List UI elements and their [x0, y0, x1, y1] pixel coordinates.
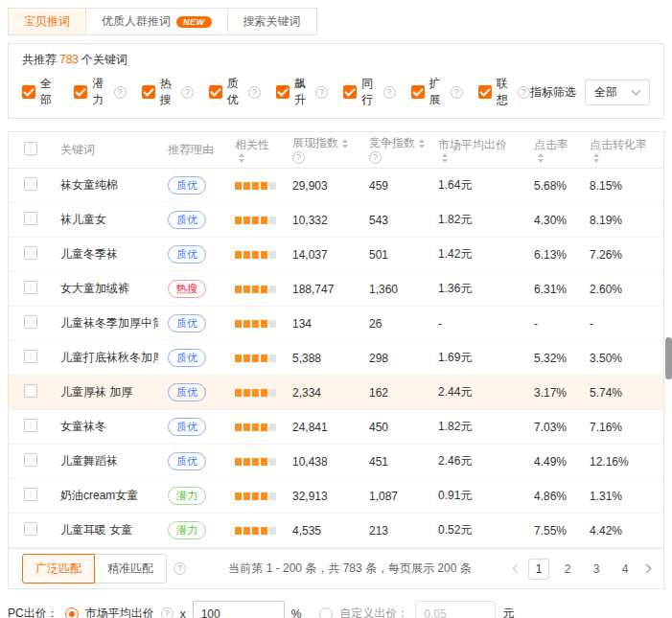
relevance-bar: [235, 389, 242, 397]
filter-option[interactable]: 飙升?: [276, 76, 328, 108]
filter-option[interactable]: 热搜?: [142, 76, 194, 108]
sort-icon[interactable]: [593, 153, 599, 163]
keyword-cell[interactable]: 儿童耳暖 女童: [51, 522, 158, 538]
sort-icon[interactable]: [342, 139, 348, 149]
filter-option[interactable]: 潜力?: [74, 76, 126, 108]
sort-icon[interactable]: [239, 153, 244, 163]
bid-info-icon[interactable]: ?: [161, 607, 174, 618]
row-checkbox[interactable]: [24, 315, 37, 329]
relevance-bar: [252, 355, 259, 362]
tab-search-keywords[interactable]: 搜索关键词: [228, 9, 316, 34]
reason-tag: 潜力: [168, 487, 206, 505]
row-checkbox[interactable]: [24, 384, 37, 398]
keyword-cell[interactable]: 儿童打底袜秋冬加厚: [51, 350, 158, 366]
unit-yuan: 元: [502, 606, 514, 618]
keyword-cell[interactable]: 儿童舞蹈袜: [51, 453, 158, 469]
exact-match-button[interactable]: 精准匹配: [95, 554, 167, 584]
keyword-cell[interactable]: 袜女童纯棉: [51, 177, 158, 194]
relevance-bar: [252, 389, 259, 397]
tab-product-keywords[interactable]: 宝贝推词: [9, 9, 86, 34]
checked-checkbox-icon[interactable]: [142, 85, 155, 99]
table-header: 关键词推荐理由相关性展现指数?竞争指数?市场平均出价点击率点击转化率: [9, 132, 663, 169]
relevance-bar: [252, 527, 259, 535]
info-icon[interactable]: ?: [292, 151, 305, 164]
relevance-bar: [269, 527, 276, 535]
keyword-cell[interactable]: 奶油cream女童: [51, 488, 158, 504]
info-icon[interactable]: ?: [518, 86, 530, 99]
custom-bid-radio[interactable]: [319, 607, 333, 618]
keyword-cell[interactable]: 儿童袜冬季加厚中筒: [51, 315, 158, 332]
reason-tag: 质优: [168, 349, 206, 367]
filter-option[interactable]: 同行?: [343, 76, 395, 108]
relevance-bar: [269, 355, 276, 362]
info-icon[interactable]: ?: [315, 86, 328, 99]
market-bid-radio[interactable]: [65, 607, 79, 618]
row-checkbox[interactable]: [24, 212, 37, 225]
row-checkbox[interactable]: [24, 177, 37, 191]
select-all-checkbox[interactable]: [24, 142, 37, 155]
column-header[interactable]: 竞争指数?: [359, 136, 429, 164]
checked-checkbox-icon[interactable]: [343, 85, 357, 99]
keyword-cell[interactable]: 女童袜冬: [51, 419, 158, 435]
reason-cell: 质优: [158, 211, 225, 229]
filter-option[interactable]: 联想?: [478, 76, 530, 108]
checked-checkbox-icon[interactable]: [22, 85, 35, 99]
column-header[interactable]: 点击转化率: [580, 138, 663, 163]
broad-match-button[interactable]: 广泛匹配: [22, 554, 95, 584]
relevance-bar: [261, 286, 267, 293]
keyword-cell[interactable]: 儿童冬季袜: [51, 246, 158, 263]
table-row: 袜儿童女质优10,3325431.82元4.30%8.19%: [9, 203, 663, 238]
sort-icon[interactable]: [538, 153, 544, 163]
checked-checkbox-icon[interactable]: [478, 85, 492, 99]
avg-bid-cell: 1.82元: [429, 212, 524, 228]
checked-checkbox-icon[interactable]: [74, 85, 87, 99]
match-info-icon[interactable]: ?: [174, 562, 186, 575]
column-label: 展现指数: [292, 136, 338, 150]
column-header[interactable]: 展现指数?: [283, 136, 359, 164]
page-number[interactable]: 1: [528, 559, 549, 580]
checked-checkbox-icon[interactable]: [209, 85, 222, 99]
row-checkbox[interactable]: [24, 488, 37, 501]
bid-percent-input[interactable]: [193, 601, 285, 618]
info-icon[interactable]: ?: [248, 86, 261, 99]
sort-icon[interactable]: [419, 139, 425, 149]
relevance-bar: [243, 423, 250, 431]
reason-cell: 质优: [158, 383, 225, 401]
column-label: 相关性: [235, 138, 269, 152]
info-icon[interactable]: ?: [451, 86, 463, 99]
relevance-bar: [235, 182, 242, 190]
filter-option[interactable]: 质优?: [209, 76, 261, 108]
row-checkbox[interactable]: [24, 453, 37, 467]
page-number[interactable]: 4: [614, 559, 636, 580]
checked-checkbox-icon[interactable]: [411, 85, 425, 99]
page-number[interactable]: 3: [586, 559, 607, 580]
prev-page-icon[interactable]: [513, 564, 522, 574]
reason-cell: 质优: [158, 314, 225, 332]
filter-option[interactable]: 扩展?: [411, 76, 463, 108]
page-number[interactable]: 2: [557, 559, 578, 580]
info-icon[interactable]: ?: [369, 151, 382, 164]
row-checkbox[interactable]: [24, 350, 37, 363]
vertical-scrollbar-thumb[interactable]: [665, 337, 672, 379]
info-icon[interactable]: ?: [383, 86, 396, 99]
column-header[interactable]: 点击率: [524, 138, 580, 163]
tab-audience-keywords[interactable]: 优质人群推词 NEW: [86, 9, 228, 34]
info-icon[interactable]: ?: [114, 86, 127, 99]
keyword-cell[interactable]: 儿童厚袜 加厚: [51, 384, 158, 401]
checked-checkbox-icon[interactable]: [276, 85, 290, 99]
sort-icon[interactable]: [442, 153, 448, 163]
row-checkbox[interactable]: [24, 281, 37, 294]
custom-bid-input[interactable]: [415, 601, 496, 618]
keyword-cell[interactable]: 女大童加绒裤: [51, 281, 158, 297]
row-checkbox[interactable]: [24, 246, 37, 260]
metric-filter-select[interactable]: 全部: [585, 80, 650, 105]
filter-option[interactable]: 全部: [22, 76, 58, 108]
keyword-cell[interactable]: 袜儿童女: [51, 212, 158, 228]
column-header[interactable]: 市场平均出价: [429, 138, 524, 163]
column-header[interactable]: 相关性: [225, 138, 283, 163]
next-page-icon[interactable]: [642, 564, 652, 574]
avg-bid-cell: 2.44元: [429, 384, 524, 401]
info-icon[interactable]: ?: [181, 86, 194, 99]
row-checkbox[interactable]: [24, 522, 37, 536]
row-checkbox[interactable]: [24, 419, 37, 432]
